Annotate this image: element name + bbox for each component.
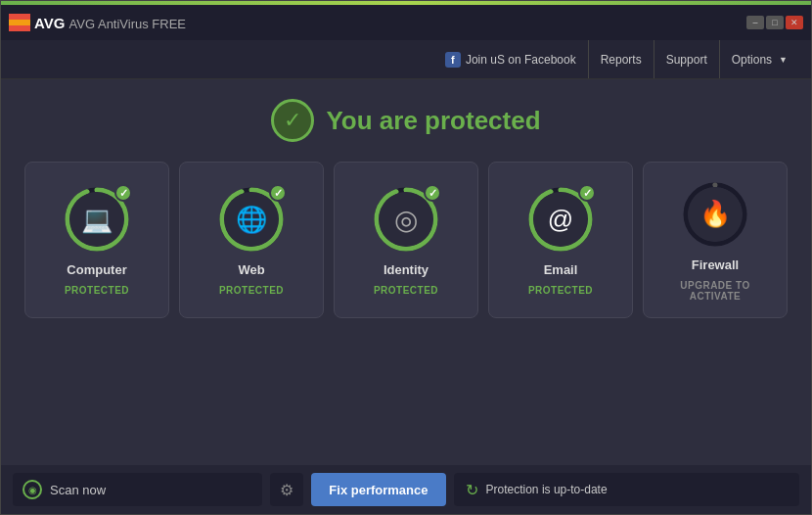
web-check: ✓ (269, 184, 287, 202)
card-computer-icon-wrapper: 💻 ✓ (62, 184, 132, 255)
card-email-icon-wrapper: @ ✓ (525, 184, 596, 255)
scan-section[interactable]: ◉ Scan now (13, 473, 262, 506)
identity-icon: ◎ (379, 192, 433, 247)
card-web-icon-wrapper: 🌐 ✓ (216, 184, 287, 255)
web-icon: 🌐 (224, 192, 279, 247)
computer-check: ✓ (114, 184, 132, 202)
fix-performance-button[interactable]: Fix performance (311, 473, 445, 506)
scan-icon: ◉ (23, 480, 42, 499)
card-identity-label: Identity (383, 262, 429, 277)
minimize-button[interactable]: – (746, 16, 764, 29)
settings-button[interactable]: ⚙ (270, 473, 303, 506)
close-button[interactable]: ✕ (786, 16, 803, 29)
nav-options[interactable]: Options ▼ (719, 40, 799, 78)
email-check: ✓ (578, 184, 596, 202)
card-identity-icon-wrapper: ◎ ✓ (371, 184, 441, 255)
card-computer-status: PROTECTED (65, 285, 129, 296)
protected-check-icon: ✓ (271, 99, 314, 142)
card-email-status: PROTECTED (528, 285, 593, 296)
main-content: ✓ You are protected 💻 ✓ Computer PROTECT… (1, 79, 811, 465)
card-web-status: PROTECTED (219, 285, 284, 296)
update-section[interactable]: ↻ Protection is up-to-date (454, 473, 800, 506)
app-title: AVG AVG AntiVirus FREE (34, 15, 186, 31)
email-icon: @ (533, 192, 588, 247)
card-firewall-status: UPGRADE TO ACTIVATE (654, 280, 777, 302)
card-firewall[interactable]: 🔥 Firewall UPGRADE TO ACTIVATE (643, 162, 788, 318)
bottom-bar: ◉ Scan now ⚙ Fix performance ↻ Protectio… (1, 465, 811, 514)
nav-facebook-label: Join uS on Facebook (466, 53, 576, 67)
avg-flag-icon (9, 14, 30, 31)
chevron-down-icon: ▼ (779, 55, 788, 65)
protected-header: ✓ You are protected (271, 99, 540, 142)
avg-logo: AVG AVG AntiVirus FREE (9, 14, 186, 31)
maximize-button[interactable]: □ (766, 16, 784, 29)
security-cards: 💻 ✓ Computer PROTECTED 🌐 ✓ Web PROTECTE (21, 162, 791, 318)
card-web[interactable]: 🌐 ✓ Web PROTECTED (179, 162, 324, 318)
card-identity-status: PROTECTED (374, 285, 438, 296)
nav-bar: f Join uS on Facebook Reports Support Op… (1, 40, 811, 79)
card-email[interactable]: @ ✓ Email PROTECTED (488, 162, 633, 318)
app-subtitle: AVG AntiVirus FREE (69, 17, 186, 31)
window-controls: – □ ✕ (746, 16, 803, 29)
identity-check: ✓ (424, 184, 441, 202)
card-identity[interactable]: ◎ ✓ Identity PROTECTED (334, 162, 478, 318)
nav-facebook[interactable]: f Join uS on Facebook (433, 40, 588, 78)
nav-reports-label: Reports (601, 53, 642, 67)
firewall-icon: 🔥 (688, 187, 743, 242)
computer-icon: 💻 (69, 192, 124, 247)
nav-support-label: Support (666, 53, 707, 67)
title-bar: AVG AVG AntiVirus FREE – □ ✕ (1, 5, 811, 40)
card-web-label: Web (238, 262, 264, 277)
facebook-icon: f (445, 52, 461, 68)
card-computer[interactable]: 💻 ✓ Computer PROTECTED (24, 162, 169, 318)
title-bar-left: AVG AVG AntiVirus FREE (9, 14, 186, 31)
nav-options-label: Options (732, 53, 772, 67)
update-label: Protection is up-to-date (486, 483, 608, 496)
card-firewall-label: Firewall (692, 258, 739, 272)
card-email-label: Email (544, 262, 578, 277)
nav-support[interactable]: Support (654, 40, 719, 78)
nav-reports[interactable]: Reports (588, 40, 654, 78)
card-computer-label: Computer (67, 262, 126, 277)
protected-message: You are protected (326, 106, 540, 136)
update-icon: ↻ (466, 481, 478, 499)
scan-label: Scan now (50, 483, 106, 497)
card-firewall-icon-wrapper: 🔥 (680, 179, 750, 250)
main-window: AVG AVG AntiVirus FREE – □ ✕ f Join uS o… (0, 0, 812, 515)
